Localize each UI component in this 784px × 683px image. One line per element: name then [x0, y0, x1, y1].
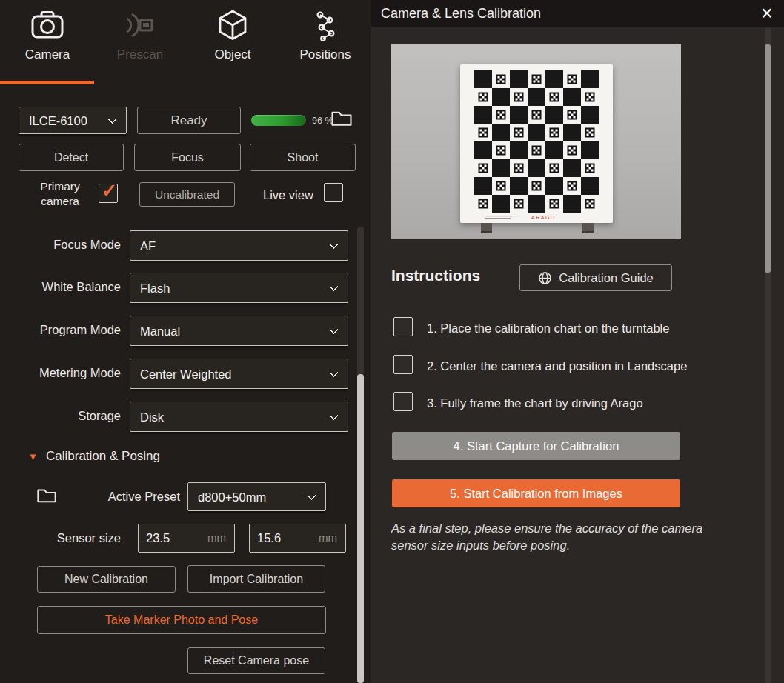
calibration-dialog: Camera & Lens Calibration ×: [371, 0, 784, 683]
battery-level-bar: [251, 115, 306, 126]
left-scrollbar-thumb[interactable]: [357, 374, 364, 683]
chart-stand-leg: [582, 223, 594, 233]
preset-folder-icon[interactable]: [36, 487, 57, 504]
white-balance-label: White Balance: [0, 280, 121, 294]
ready-status-button[interactable]: Ready: [137, 107, 241, 134]
white-balance-value: Flash: [140, 281, 170, 295]
chevron-down-icon: [329, 281, 339, 291]
program-mode-row: Program Mode Manual: [0, 316, 371, 346]
focus-mode-value: AF: [140, 239, 156, 253]
sensor-width-field: mm: [138, 524, 235, 553]
check-icon: ✓: [102, 180, 117, 201]
live-view-label: Live view: [263, 188, 313, 202]
step2-checkbox[interactable]: [393, 355, 413, 374]
white-balance-select[interactable]: Flash: [130, 273, 348, 303]
chevron-down-icon: [107, 114, 117, 124]
tab-object-label: Object: [214, 47, 250, 61]
prescan-icon: [102, 9, 179, 47]
right-scrollbar-thumb[interactable]: [765, 44, 771, 273]
tab-prescan-label: Prescan: [117, 47, 163, 61]
uncalibrated-button[interactable]: Uncalibrated: [139, 182, 235, 207]
sensor-height-unit: mm: [319, 531, 337, 544]
take-marker-photo-button[interactable]: Take Marker Photo and Pose: [37, 606, 326, 634]
tab-positions[interactable]: Positions: [287, 9, 364, 80]
white-balance-row: White Balance Flash: [0, 273, 371, 303]
program-mode-label: Program Mode: [0, 323, 121, 337]
sensor-height-field: mm: [249, 524, 346, 553]
storage-value: Disk: [140, 410, 164, 424]
step2-text: 2. Center the camera and position in Lan…: [427, 359, 687, 373]
app-window: Camera Prescan Object: [0, 0, 784, 683]
primary-camera-checkbox[interactable]: ✓: [99, 184, 118, 203]
program-mode-value: Manual: [140, 324, 180, 338]
step1-text: 1. Place the calibration chart on the tu…: [427, 321, 669, 336]
calibration-chart-board: ARAGO: [460, 64, 613, 223]
chevron-down-icon: [307, 490, 316, 500]
instructions-title: Instructions: [391, 267, 480, 284]
import-calibration-button[interactable]: Import Calibration: [187, 565, 325, 593]
chevron-down-icon: [329, 367, 339, 377]
reset-camera-pose-button[interactable]: Reset Camera pose: [187, 647, 325, 674]
sensor-width-unit: mm: [207, 531, 226, 544]
focus-mode-select[interactable]: AF: [130, 230, 348, 261]
step1-checkbox[interactable]: [393, 317, 413, 336]
chart-stand-leg: [481, 223, 492, 233]
metering-mode-label: Metering Mode: [0, 366, 121, 380]
active-preset-label: Active Preset: [82, 490, 180, 504]
storage-label: Storage: [0, 409, 121, 423]
tab-positions-label: Positions: [300, 47, 351, 61]
tab-object[interactable]: Object: [194, 9, 271, 80]
calibration-chart-photo: ARAGO: [391, 44, 681, 239]
positions-icon: [287, 9, 364, 47]
cube-icon: [194, 9, 271, 47]
shoot-button[interactable]: Shoot: [250, 144, 356, 171]
folder-icon[interactable]: [330, 109, 353, 128]
chevron-down-icon: [329, 324, 339, 334]
new-calibration-button[interactable]: New Calibration: [37, 566, 176, 593]
detect-button[interactable]: Detect: [19, 144, 124, 171]
active-preset-select[interactable]: d800+50mm: [187, 482, 326, 511]
primary-camera-label: Primary camera: [28, 179, 92, 209]
close-icon[interactable]: ×: [755, 1, 779, 26]
primary-camera-label-line1: Primary: [28, 179, 92, 194]
active-preset-value: d800+50mm: [198, 490, 266, 504]
focus-button[interactable]: Focus: [134, 144, 241, 171]
tab-prescan[interactable]: Prescan: [102, 9, 179, 80]
step3-checkbox[interactable]: [393, 392, 413, 411]
camera-icon: [9, 9, 86, 47]
start-calibration-button[interactable]: 5. Start Calibration from Images: [392, 479, 680, 507]
program-mode-select[interactable]: Manual: [130, 316, 348, 346]
metering-mode-select[interactable]: Center Weighted: [130, 359, 348, 389]
tab-camera-label: Camera: [25, 47, 70, 61]
calibration-guide-label: Calibration Guide: [559, 271, 654, 285]
focus-mode-row: Focus Mode AF: [0, 230, 371, 261]
metering-mode-value: Center Weighted: [140, 367, 232, 381]
chevron-down-icon: [329, 410, 339, 420]
start-capture-button[interactable]: 4. Start Capture for Calibration: [392, 432, 680, 460]
storage-select[interactable]: Disk: [130, 402, 348, 432]
sensor-size-note: As a final step, please ensure the accur…: [391, 520, 740, 554]
focus-mode-label: Focus Mode: [0, 238, 121, 252]
camera-model-value: ILCE-6100: [29, 113, 87, 127]
storage-row: Storage Disk: [0, 402, 371, 432]
active-tab-indicator: [0, 81, 94, 84]
step3-text: 3. Fully frame the chart by driving Arag…: [427, 396, 643, 410]
chevron-down-icon: [329, 239, 339, 249]
chart-brand-text: ARAGO: [531, 215, 556, 220]
sensor-size-label: Sensor size: [22, 531, 121, 545]
metering-mode-row: Metering Mode Center Weighted: [0, 359, 371, 389]
calibration-section-title: Calibration & Posing: [46, 449, 160, 464]
dialog-header: Camera & Lens Calibration ×: [371, 0, 784, 27]
camera-model-select[interactable]: ILCE-6100: [19, 107, 127, 134]
globe-icon: [538, 271, 552, 285]
primary-camera-label-line2: camera: [28, 194, 92, 209]
collapse-icon[interactable]: ▼: [28, 451, 38, 462]
camera-panel: Camera Prescan Object: [0, 0, 371, 683]
tab-camera[interactable]: Camera: [9, 9, 86, 80]
dialog-title: Camera & Lens Calibration: [381, 6, 541, 21]
calibration-guide-button[interactable]: Calibration Guide: [519, 264, 672, 291]
live-view-checkbox[interactable]: [324, 183, 343, 202]
